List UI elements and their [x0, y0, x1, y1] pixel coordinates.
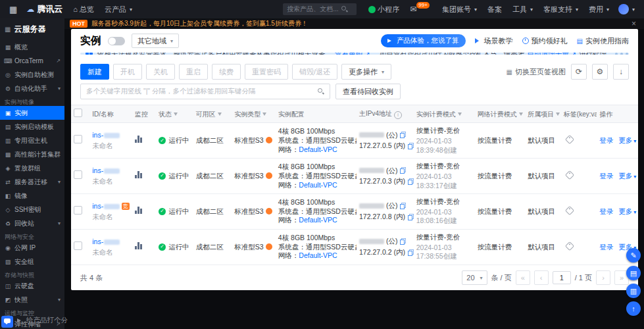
- toolbar-button[interactable]: 关机: [146, 64, 175, 80]
- toolbar-button[interactable]: 开机: [113, 64, 142, 80]
- feedback-button[interactable]: 产品体验，您说了算: [381, 34, 466, 47]
- download-icon[interactable]: ↓: [613, 64, 629, 80]
- sidebar-item-group[interactable]: ◈置放群组: [0, 161, 64, 175]
- topbar-link[interactable]: 客服支持▾: [538, 0, 583, 18]
- promo-close-icon[interactable]: ×: [629, 19, 639, 28]
- login-link[interactable]: 登录: [599, 172, 613, 181]
- monitor-chart-icon[interactable]: [135, 207, 142, 214]
- sidebar-item-key[interactable]: ◇SSH密钥: [0, 203, 64, 216]
- carousel-dot[interactable]: [626, 53, 628, 55]
- row-more-link[interactable]: 更多▾: [618, 172, 636, 181]
- header-link[interactable]: 场景教学: [475, 36, 513, 46]
- first-page-button[interactable]: «: [516, 270, 530, 285]
- topbar-link[interactable]: 集团账号▾: [437, 0, 482, 18]
- survey-icon[interactable]: ▤: [626, 266, 641, 280]
- global-search-input[interactable]: 搜索产品、文档...: [283, 3, 357, 15]
- copy-icon[interactable]: [400, 132, 406, 138]
- recycle-bin-button[interactable]: 查看待回收实例: [335, 84, 401, 99]
- copy-icon[interactable]: [400, 238, 406, 245]
- filter-icon[interactable]: [262, 113, 266, 116]
- info-icon[interactable]: i: [394, 111, 402, 119]
- filter-icon[interactable]: [174, 113, 178, 116]
- settings-icon[interactable]: ⚙: [592, 64, 608, 80]
- sidebar-item-instance[interactable]: ▣实例: [0, 106, 64, 120]
- sidebar-item-diagnose[interactable]: ◎实例自助检测: [0, 68, 64, 82]
- chat-icon[interactable]: [1, 316, 13, 328]
- page-input[interactable]: 1: [553, 271, 571, 284]
- statement-link[interactable]: 查看声明: [335, 53, 362, 55]
- apps-grid-icon[interactable]: ▦: [5, 5, 21, 14]
- row-checkbox[interactable]: [74, 135, 82, 143]
- vpc-link[interactable]: Default-VPC: [299, 145, 337, 153]
- create-button[interactable]: 新建: [80, 64, 109, 80]
- page-size-select[interactable]: 20 ▾: [462, 270, 487, 285]
- sidebar-item-security[interactable]: ▨安全组: [0, 255, 64, 268]
- filter-icon[interactable]: [218, 113, 222, 116]
- tencent-cloud-logo[interactable]: ☁ 腾讯云: [21, 3, 68, 15]
- carousel-dot[interactable]: [620, 53, 623, 55]
- row-checkbox[interactable]: [74, 170, 82, 179]
- next-page-button[interactable]: ›: [596, 270, 610, 285]
- instance-id-link[interactable]: ins-: [92, 202, 103, 211]
- sidebar-item-host[interactable]: ▥专用宿主机: [0, 134, 64, 147]
- copy-icon[interactable]: [408, 178, 414, 185]
- vpc-link[interactable]: Default-VPC: [299, 216, 337, 224]
- monitor-chart-icon[interactable]: [135, 242, 142, 249]
- toolbar-button[interactable]: 续费: [212, 64, 241, 80]
- copy-icon[interactable]: [408, 249, 414, 256]
- switch-view-link[interactable]: ▦ 切换至页签视图: [507, 67, 566, 77]
- sidebar-item-ip[interactable]: ◉公网 IP: [0, 241, 64, 255]
- back-to-top-icon[interactable]: ↑: [626, 301, 641, 316]
- sidebar-item-disk[interactable]: ◫云硬盘: [0, 279, 64, 293]
- monitor-chart-icon[interactable]: [135, 171, 142, 178]
- copy-icon[interactable]: [408, 214, 414, 220]
- feedback-icon[interactable]: ✎: [626, 248, 641, 263]
- messages-button[interactable]: ✉ 99+: [405, 0, 437, 18]
- copy-icon[interactable]: [408, 143, 414, 149]
- filter-icon[interactable]: [519, 113, 523, 116]
- row-more-link[interactable]: 更多▾: [618, 136, 636, 145]
- header-link[interactable]: 预约领好礼: [522, 36, 568, 46]
- carousel-dot[interactable]: [615, 53, 618, 55]
- cleanup-guide-link[interactable]: 自助清理手册: [528, 53, 569, 55]
- filter-input[interactable]: 多个关键字用竖线 "|" 分隔，多个过滤标签用回车键分隔: [80, 84, 330, 99]
- mini-program-button[interactable]: 小程序: [363, 0, 405, 18]
- monitor-chart-icon[interactable]: [135, 136, 142, 143]
- login-link[interactable]: 登录: [599, 243, 613, 252]
- sidebar-item-migrate[interactable]: ⇄服务器迁移▾: [0, 175, 64, 189]
- region-dropdown[interactable]: 其它地域 ▾: [132, 34, 179, 48]
- header-link[interactable]: ▤实例使用指南: [577, 36, 629, 46]
- instance-id-link[interactable]: ins-: [92, 131, 103, 140]
- filter-icon[interactable]: [458, 113, 462, 116]
- row-checkbox[interactable]: [74, 241, 82, 250]
- nav-overview[interactable]: ⌂ 总览: [68, 0, 99, 18]
- tag-icon[interactable]: [565, 241, 574, 251]
- sidebar-item-overview[interactable]: ▦概览: [0, 40, 64, 54]
- row-more-link[interactable]: 更多▾: [618, 207, 636, 216]
- sidebar-item-template[interactable]: ▤实例启动模板: [0, 120, 64, 134]
- copy-icon[interactable]: [400, 203, 406, 209]
- filter-icon[interactable]: [556, 113, 560, 116]
- sidebar-item-recycle[interactable]: ♻回收站▾: [0, 216, 64, 230]
- toolbar-button[interactable]: 销毁/退还: [292, 64, 337, 80]
- topbar-link[interactable]: 费用▾: [583, 0, 614, 18]
- sidebar-item-image[interactable]: ◧镜像: [0, 189, 64, 203]
- instance-id-link[interactable]: ins-: [92, 238, 103, 247]
- docs-icon[interactable]: ▥: [626, 284, 641, 298]
- vpc-link[interactable]: Default-VPC: [299, 251, 337, 259]
- toolbar-button[interactable]: 重置密码: [245, 64, 288, 80]
- view-toggle[interactable]: [108, 37, 125, 45]
- row-checkbox[interactable]: [74, 206, 82, 215]
- more-actions-button[interactable]: 更多操作 ▾: [341, 64, 391, 80]
- topbar-link[interactable]: 工具▾: [507, 0, 538, 18]
- sidebar-item-snapshot[interactable]: ◩快照▾: [0, 293, 64, 307]
- tag-icon[interactable]: [565, 206, 574, 215]
- toolbar-button[interactable]: 重启: [179, 64, 208, 80]
- refresh-icon[interactable]: ⟳: [571, 64, 587, 80]
- sidebar-item-hpc[interactable]: ▩高性能计算集群: [0, 147, 64, 161]
- login-link[interactable]: 登录: [599, 207, 613, 216]
- sidebar-item-terminal[interactable]: ⌨OrcaTerm↗: [0, 54, 64, 68]
- rate-product-button[interactable]: 给产品打个分: [17, 316, 68, 325]
- topbar-link[interactable]: 备案: [482, 0, 507, 18]
- tag-icon[interactable]: [565, 170, 574, 180]
